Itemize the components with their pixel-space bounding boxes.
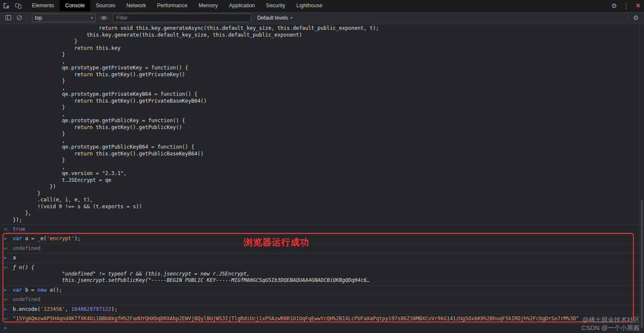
settings-gear-icon[interactable]: ⚙ xyxy=(608,0,620,11)
command-var-b: var b = new a(); xyxy=(13,287,641,293)
log-levels-label: Default levels xyxy=(257,15,288,21)
clear-console-icon[interactable] xyxy=(14,12,25,23)
console-result-row: <· undefined xyxy=(0,295,644,304)
close-glyph: × xyxy=(636,2,641,9)
console-settings-gear-icon[interactable]: ⚙ xyxy=(630,12,641,23)
gear-glyph: ⚙ xyxy=(611,3,617,9)
command-a: a xyxy=(13,255,641,261)
console-result-row: <· undefined xyxy=(0,244,644,253)
annotation-region: 浏览器运行成功 > var a = _e('encrypt'); <· unde… xyxy=(0,234,644,323)
context-selector[interactable]: top ▾ xyxy=(32,14,96,22)
filter-input[interactable] xyxy=(113,14,251,22)
scrollbar-thumb[interactable] xyxy=(641,200,643,328)
result-encrypted-string: "15Yg6QmzwAP5H4qnd4KTfXK4Oi1BBb8kgfH%2Fa… xyxy=(13,316,641,322)
result-true: true xyxy=(13,226,641,233)
input-prompt-icon: > xyxy=(4,255,7,261)
tab-lighthouse[interactable]: Lighthouse xyxy=(291,0,328,11)
output-arrow-icon: <· xyxy=(4,264,8,271)
panel-tabs: Elements Console Sources Network Perform… xyxy=(26,0,328,11)
device-toolbar-icon[interactable] xyxy=(12,0,24,11)
input-prompt-icon: > xyxy=(4,306,7,313)
console-code-output: return void this.key.generateAsync(this.… xyxy=(0,24,644,224)
input-prompt-icon: > xyxy=(4,235,7,242)
console-input-row: > var b = new a(); xyxy=(0,285,644,295)
dots-glyph: ⋮ xyxy=(623,3,630,9)
log-levels-dropdown[interactable]: Default levels ▾ xyxy=(255,15,295,21)
result-undefined: undefined xyxy=(13,245,641,252)
command-var-a: var a = _e('encrypt'); xyxy=(13,235,641,242)
devtools-tabbar: Elements Console Sources Network Perform… xyxy=(0,0,644,11)
console-input-row: > var a = _e('encrypt'); xyxy=(0,234,644,243)
result-undefined: undefined xyxy=(13,296,641,303)
console-sidebar-icon[interactable] xyxy=(3,12,14,23)
watermark-line2: CSDN @一个小黑酱 xyxy=(581,324,640,332)
console-result-row: <· true xyxy=(0,224,644,234)
eye-icon[interactable] xyxy=(98,12,109,23)
devtools-window: Elements Console Sources Network Perform… xyxy=(0,0,644,333)
result-function-preview: ƒ n() { "undefined" != typeof r && (this… xyxy=(13,264,641,284)
inspect-icon[interactable] xyxy=(0,0,12,11)
tab-security[interactable]: Security xyxy=(261,0,291,11)
more-options-icon[interactable]: ⋮ xyxy=(620,0,632,11)
chevron-down-icon: ▾ xyxy=(290,16,293,20)
command-encode: b.encode('123456', 1648629797122); xyxy=(13,306,641,313)
output-arrow-icon: <· xyxy=(4,245,8,252)
console-input-row: > a xyxy=(0,253,644,262)
input-prompt-icon: > xyxy=(4,325,7,331)
toolbar-separator xyxy=(628,14,628,21)
gear-glyph: ⚙ xyxy=(633,14,638,21)
tab-memory[interactable]: Memory xyxy=(193,0,223,11)
console-function-result-row[interactable]: <· ƒ n() { "undefined" != typeof r && (t… xyxy=(0,263,644,285)
console-prompt-row[interactable]: > xyxy=(0,323,644,332)
tabbar-spacer xyxy=(328,0,608,11)
tab-network[interactable]: Network xyxy=(121,0,152,11)
watermark: @稀土掘金技术社区 CSDN @一个小黑酱 xyxy=(581,316,640,332)
output-arrow-icon: <· xyxy=(4,226,8,233)
chevron-down-icon: ▾ xyxy=(91,16,93,20)
console-output-area: return void this.key.generateAsync(this.… xyxy=(0,24,644,333)
console-result-row: <· "15Yg6QmzwAP5H4qnd4KTfXK4Oi1BBb8kgfH%… xyxy=(0,314,644,323)
tab-console[interactable]: Console xyxy=(60,0,90,11)
tab-performance[interactable]: Performance xyxy=(152,0,193,11)
vertical-scrollbar[interactable] xyxy=(639,24,644,333)
output-arrow-icon: <· xyxy=(4,316,8,322)
input-prompt-icon: > xyxy=(4,287,7,293)
console-toolbar: top ▾ Default levels ▾ ⚙ xyxy=(0,11,644,24)
tab-sources[interactable]: Sources xyxy=(90,0,121,11)
annotation-text: 浏览器运行成功 xyxy=(244,236,309,248)
close-icon[interactable]: × xyxy=(632,0,644,11)
tab-elements[interactable]: Elements xyxy=(26,0,60,11)
tab-application[interactable]: Application xyxy=(223,0,260,11)
output-arrow-icon: <· xyxy=(4,296,8,303)
toolbar-separator xyxy=(27,14,27,21)
context-selector-label: top xyxy=(35,15,42,21)
watermark-line1: @稀土掘金技术社区 xyxy=(581,316,640,324)
console-input-row: > b.encode('123456', 1648629797122); xyxy=(0,304,644,314)
